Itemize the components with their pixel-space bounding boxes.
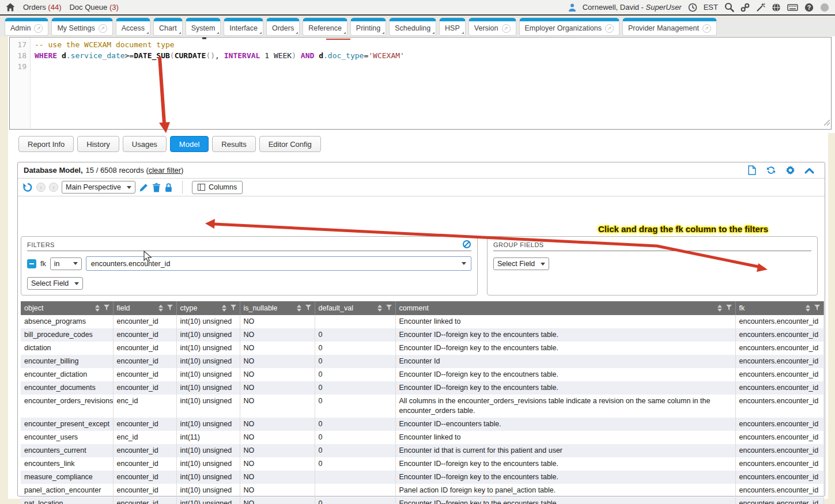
column-header-default-val[interactable]: default_val xyxy=(315,301,395,315)
nav-tab-version[interactable]: Version↗ xyxy=(468,18,516,36)
nav-tab-my-settings[interactable]: My Settings↗ xyxy=(51,18,112,36)
delete-perspective-icon[interactable] xyxy=(152,183,161,192)
column-header-object[interactable]: object xyxy=(21,301,113,315)
nav-tab-printing[interactable]: Printing xyxy=(350,18,386,36)
home-icon[interactable] xyxy=(6,3,15,12)
nav-tab-hsp[interactable]: HSP xyxy=(439,18,466,36)
filter-value-combo[interactable]: encounters.encounter_id xyxy=(86,256,471,271)
column-filter-icon[interactable] xyxy=(814,304,820,312)
table-cell: pat_location xyxy=(21,497,113,504)
group-field-select[interactable]: Select Field xyxy=(493,257,549,270)
column-header-field[interactable]: field xyxy=(113,301,176,315)
tab-history[interactable]: History xyxy=(77,136,119,152)
table-cell: int(10) unsigned xyxy=(176,471,240,484)
nav-tab-interface[interactable]: Interface xyxy=(224,18,263,36)
timezone-label: EST xyxy=(704,3,718,12)
table-row[interactable]: bill_procedure_codesencounter_idint(10) … xyxy=(21,328,824,342)
filter-funnel-icon xyxy=(167,305,173,310)
table-row[interactable]: encounter_present_exceptencounter_idint(… xyxy=(21,418,824,431)
nav-tab-admin[interactable]: Admin↗ xyxy=(5,18,48,36)
sql-editor[interactable]: 171819 -- use the WCEXAM document typeWH… xyxy=(9,37,832,130)
table-row[interactable]: dictationencounter_idint(10) unsignedNO0… xyxy=(21,342,824,355)
table-row[interactable]: encounter_dictationencounter_idint(10) u… xyxy=(21,368,824,381)
nav-tab-reference[interactable]: Reference xyxy=(303,18,347,36)
table-row[interactable]: pat_locationencounter_idint(10) unsigned… xyxy=(21,497,824,504)
column-header-is-nullable[interactable]: is_nullable xyxy=(240,301,315,315)
nav-tab-system[interactable]: System xyxy=(186,18,221,36)
popout-icon[interactable]: ↗ xyxy=(99,24,107,33)
sort-icon[interactable] xyxy=(95,305,100,312)
editor-code[interactable]: -- use the WCEXAM document typeWHERE d.s… xyxy=(31,37,831,129)
tab-model[interactable]: Model xyxy=(170,136,209,152)
tab-usages[interactable]: Usages xyxy=(123,136,167,152)
popout-icon[interactable]: ↗ xyxy=(34,24,43,33)
edit-perspective-icon[interactable] xyxy=(139,183,149,192)
column-header-ctype[interactable]: ctype xyxy=(176,301,240,315)
table-row[interactable]: encounters_currentencounter_idint(10) un… xyxy=(21,444,824,457)
nav-tab-orders[interactable]: Orders xyxy=(266,18,300,36)
table-row[interactable]: measure_complianceencounter_idint(10) un… xyxy=(21,471,824,484)
nav-tab-access[interactable]: Access xyxy=(116,18,150,36)
lock-icon[interactable] xyxy=(164,183,173,192)
columns-button[interactable]: Columns xyxy=(192,181,243,194)
column-header-fk[interactable]: fk xyxy=(735,301,824,315)
column-filter-icon[interactable] xyxy=(305,304,311,312)
help-icon[interactable]: ? xyxy=(804,3,814,12)
popout-icon[interactable]: ↗ xyxy=(605,24,614,33)
filter-operator-select[interactable]: in xyxy=(50,257,82,270)
topbar-link-doc-queue[interactable]: Doc Queue (3) xyxy=(69,3,118,12)
tab-report-info[interactable]: Report Info xyxy=(18,136,74,152)
history-back-button[interactable]: ‹ xyxy=(36,183,46,192)
column-filter-icon[interactable] xyxy=(167,304,173,312)
sort-icon[interactable] xyxy=(297,305,301,312)
popout-icon[interactable]: ↗ xyxy=(502,24,511,33)
table-row[interactable]: encounters_linkencounter_idint(10) unsig… xyxy=(21,457,824,471)
search-icon[interactable] xyxy=(724,2,734,12)
nav-tab-employer-organizations[interactable]: Employer Organizations↗ xyxy=(519,18,619,36)
column-filter-icon[interactable] xyxy=(386,304,392,312)
panel-title: Database Model, xyxy=(24,166,83,175)
column-filter-icon[interactable] xyxy=(231,304,236,312)
table-row[interactable]: encounter_documentsencounter_idint(10) u… xyxy=(21,381,824,395)
clear-filter-link[interactable]: clear filter xyxy=(149,166,181,175)
clock-icon[interactable] xyxy=(688,3,697,12)
column-filter-icon[interactable] xyxy=(726,304,732,312)
nav-tab-chart[interactable]: Chart xyxy=(153,18,183,36)
table-row[interactable]: absence_programsencounter_idint(10) unsi… xyxy=(21,315,824,328)
globe-icon[interactable] xyxy=(772,3,781,12)
table-row[interactable]: encounter_billingencounter_idint(10) uns… xyxy=(21,355,824,368)
table-row[interactable]: encounter_usersenc_idint(11)NO0Encounter… xyxy=(21,431,824,444)
topbar-link-orders[interactable]: Orders (44) xyxy=(23,3,61,12)
perspective-select[interactable]: Main Perspective xyxy=(62,181,135,194)
user-icon xyxy=(568,3,576,12)
nav-tab-provider-management[interactable]: Provider Management↗ xyxy=(622,18,717,36)
sort-icon[interactable] xyxy=(806,305,810,312)
remove-filter-button[interactable] xyxy=(27,259,36,268)
add-filter-select[interactable]: Select Field xyxy=(27,277,83,290)
tab-results[interactable]: Results xyxy=(212,136,255,152)
user-name[interactable]: Cornewell, David - SuperUser xyxy=(583,3,682,12)
keyboard-icon[interactable] xyxy=(787,3,798,12)
table-row[interactable]: panel_action_encounterencounter_idint(10… xyxy=(21,484,824,497)
history-forward-button[interactable]: › xyxy=(49,183,58,192)
gear-icon[interactable] xyxy=(785,165,795,175)
tab-editor-config[interactable]: Editor Config xyxy=(259,136,321,152)
sort-icon[interactable] xyxy=(158,305,163,312)
table-row[interactable]: encounter_orders_revisionsenc_idint(10) … xyxy=(21,395,824,418)
resize-grip-icon[interactable] xyxy=(824,118,830,128)
link-icon[interactable] xyxy=(740,3,750,12)
popout-icon[interactable]: ↗ xyxy=(702,24,711,33)
new-document-icon[interactable] xyxy=(747,165,757,175)
refresh-icon[interactable] xyxy=(766,165,776,175)
sort-icon[interactable] xyxy=(222,305,226,312)
nav-tab-scheduling[interactable]: Scheduling xyxy=(389,18,436,36)
sort-icon[interactable] xyxy=(717,305,722,312)
clear-all-filters-icon[interactable] xyxy=(462,240,471,250)
column-header-comment[interactable]: comment xyxy=(395,301,735,315)
undo-icon[interactable] xyxy=(22,182,33,192)
wand-icon[interactable] xyxy=(756,3,765,12)
sort-icon[interactable] xyxy=(377,305,382,312)
column-filter-icon[interactable] xyxy=(104,304,109,312)
collapse-panel-icon[interactable] xyxy=(804,166,814,175)
submenu-indicator-icon xyxy=(462,32,464,34)
